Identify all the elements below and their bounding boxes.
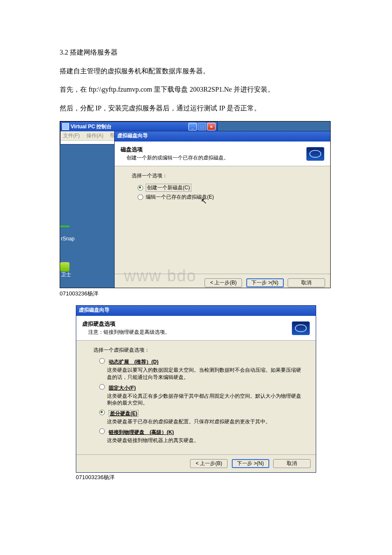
virtual-disk-wizard-step2: 虚拟磁盘向导 虚拟硬盘选项 注意：链接到物理硬盘是高级选项。 选择一个虚拟硬盘选… [76, 305, 316, 472]
maximize-button[interactable]: □ [198, 123, 206, 130]
screenshot-vpc-desktop: rSnap 卫士 Virtual PC 控制台 _ □ × 文件(F) 操作(A… [60, 121, 331, 288]
minimize-button[interactable]: _ [188, 123, 197, 130]
radio-icon[interactable] [138, 194, 143, 200]
option-dynamic-label: 动态扩展 (推荐）(D) [109, 359, 159, 365]
screenshot2-caption: 071003236杨洋 [76, 474, 366, 481]
option-dynamic-desc: 这类硬盘以要写入的数据固定最大空间。当检测到数据时不会自动压缩。如果要压缩硬盘的… [107, 367, 303, 380]
option-differencing-desc: 这类硬盘基于已存在的虚拟硬盘配置。只保存对虚拟硬盘的更改于其中。 [107, 418, 303, 425]
cancel-button[interactable]: 取消 [273, 459, 311, 468]
desktop-icon-snap-label: rSnap [61, 236, 75, 242]
radio-icon[interactable] [99, 410, 105, 415]
radio-icon[interactable] [99, 358, 105, 364]
wizard2-body: 选择一个虚拟硬盘选项： 动态扩展 (推荐）(D) 这类硬盘以要写入的数据固定最大… [76, 341, 316, 454]
wizard2-header: 虚拟硬盘选项 注意：链接到物理硬盘是高级选项。 [76, 316, 316, 341]
taskbar-selection [60, 225, 69, 227]
option-fixed[interactable]: 固定大小(F) 这类硬盘不论真正有多少数据存储于其中都占用固定大小的空间。默认大… [99, 384, 303, 406]
next-button[interactable]: 下一步 >(N) [246, 278, 284, 287]
screenshot1-caption: 071003236杨洋 [60, 290, 366, 298]
wizard-header-sub: 创建一个新的或编辑一个已存在的虚拟磁盘。 [127, 154, 229, 162]
paragraph-1: 搭建自主管理的虚拟服务机和配置数据库服务器。 [60, 66, 366, 77]
paragraph-3: 然后，分配 IP，安装完虚拟服务器后，通过运行测试 IP 是否正常。 [60, 103, 366, 114]
radio-icon[interactable] [99, 384, 105, 390]
wizard-buttons: < 上一步(B) 下一步 >(N) 取消 [115, 274, 330, 288]
console-titlebar[interactable]: Virtual PC 控制台 _ □ × [61, 122, 217, 131]
option-fixed-desc: 这类硬盘不论真正有多少数据存储于其中都占用固定大小的空间。默认大小为物理硬盘剩余… [107, 393, 303, 406]
virtual-disk-wizard-window: 虚拟磁盘向导 磁盘选项 创建一个新的或编辑一个已存在的虚拟磁盘。 选择一个选项：… [114, 131, 331, 288]
disk-icon [306, 147, 324, 161]
close-button[interactable]: × [207, 123, 216, 130]
console-title: Virtual PC 控制台 [71, 123, 112, 130]
menu-file[interactable]: 文件(F) [63, 133, 80, 139]
radio-icon[interactable] [138, 185, 143, 191]
wizard2-header-sub: 注意：链接到物理硬盘是高级选项。 [88, 329, 170, 336]
wizard-header: 磁盘选项 创建一个新的或编辑一个已存在的虚拟磁盘。 [115, 142, 330, 166]
option-link-physical-desc: 这类硬盘链接到物理机器上的真实硬盘。 [107, 437, 303, 444]
wizard-header-title: 磁盘选项 [121, 146, 143, 153]
paragraph-2: 首先，在 ftp:\\gyftp.fzumvp.com 里下载母盘 2003R2… [60, 84, 366, 95]
wizard-prompt: 选择一个选项： [132, 172, 317, 179]
option-link-physical[interactable]: 链接到物理硬盘 (高级）(K) 这类硬盘链接到物理机器上的真实硬盘。 [99, 428, 303, 444]
radio-icon[interactable] [99, 428, 105, 434]
option-link-physical-label: 链接到物理硬盘 (高级）(K) [109, 429, 174, 435]
desktop-icon-guard[interactable] [60, 262, 69, 272]
next-button[interactable]: 下一步 >(N) [232, 459, 269, 468]
wizard2-header-title: 虚拟硬盘选项 [82, 321, 115, 327]
option-differencing-label: 差分硬盘(E) [109, 410, 138, 417]
disk-icon [292, 321, 310, 335]
option-differencing[interactable]: 差分硬盘(E) 这类硬盘基于已存在的虚拟硬盘配置。只保存对虚拟硬盘的更改于其中。 [99, 410, 303, 425]
back-button[interactable]: < 上一步(B) [205, 278, 242, 287]
wizard-body: 选择一个选项： 创建一个新磁盘(C) 编辑一个已存在的虚拟磁盘(E) [115, 166, 330, 274]
app-icon [62, 123, 69, 130]
cursor-icon: ↖ [201, 197, 207, 206]
option-dynamic[interactable]: 动态扩展 (推荐）(D) 这类硬盘以要写入的数据固定最大空间。当检测到数据时不会… [99, 358, 303, 380]
option-create-label: 创建一个新磁盘(C) [146, 184, 191, 192]
back-button[interactable]: < 上一步(B) [190, 459, 228, 468]
wizard-titlebar[interactable]: 虚拟磁盘向导 [115, 131, 330, 142]
section-heading: 3.2 搭建网络服务器 [60, 47, 366, 58]
wizard2-titlebar[interactable]: 虚拟磁盘向导 [76, 306, 316, 316]
option-fixed-label: 固定大小(F) [109, 385, 135, 391]
menu-action[interactable]: 操作(A) [86, 133, 104, 139]
wizard2-prompt: 选择一个虚拟硬盘选项： [93, 347, 303, 354]
cancel-button[interactable]: 取消 [288, 278, 325, 287]
wizard2-buttons: < 上一步(B) 下一步 >(N) 取消 [76, 454, 316, 472]
option-edit-existing-disk[interactable]: 编辑一个已存在的虚拟磁盘(E) [138, 194, 317, 201]
option-create-new-disk[interactable]: 创建一个新磁盘(C) [138, 184, 317, 192]
desktop-icon-guard-label: 卫士 [61, 271, 71, 278]
